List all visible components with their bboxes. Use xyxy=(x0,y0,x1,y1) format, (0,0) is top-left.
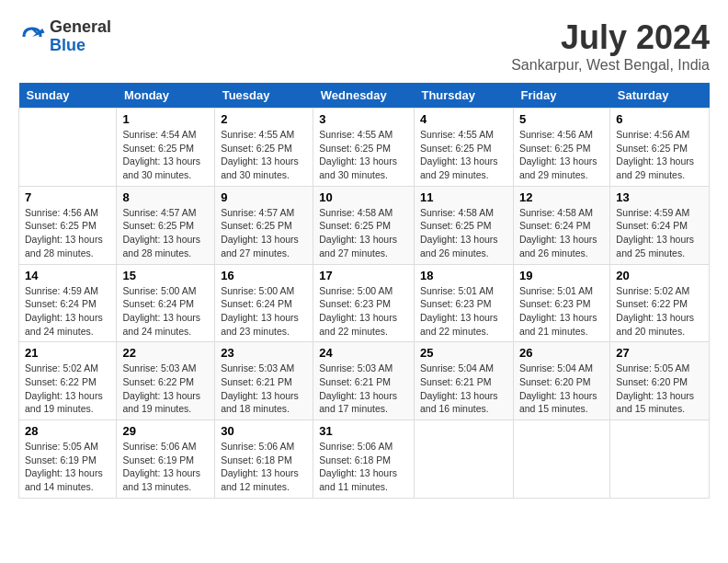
day-info: Sunrise: 4:58 AMSunset: 6:25 PMDaylight:… xyxy=(319,206,408,260)
calendar-cell xyxy=(19,109,117,187)
day-number: 31 xyxy=(319,424,408,438)
day-info: Sunrise: 5:05 AMSunset: 6:20 PMDaylight:… xyxy=(616,362,703,416)
week-row-1: 1Sunrise: 4:54 AMSunset: 6:25 PMDaylight… xyxy=(19,109,710,187)
calendar-cell: 15Sunrise: 5:00 AMSunset: 6:24 PMDayligh… xyxy=(117,264,215,342)
calendar-cell: 28Sunrise: 5:05 AMSunset: 6:19 PMDayligh… xyxy=(19,420,117,499)
day-info: Sunrise: 5:02 AMSunset: 6:22 PMDaylight:… xyxy=(25,362,110,416)
calendar-cell: 3Sunrise: 4:55 AMSunset: 6:25 PMDaylight… xyxy=(313,109,415,187)
calendar-cell: 8Sunrise: 4:57 AMSunset: 6:25 PMDaylight… xyxy=(117,186,215,264)
header-cell-tuesday: Tuesday xyxy=(215,83,313,109)
logo-icon xyxy=(18,23,46,51)
day-info: Sunrise: 4:55 AMSunset: 6:25 PMDaylight:… xyxy=(319,128,408,182)
calendar-cell: 30Sunrise: 5:06 AMSunset: 6:18 PMDayligh… xyxy=(215,420,313,499)
week-row-4: 21Sunrise: 5:02 AMSunset: 6:22 PMDayligh… xyxy=(19,342,710,420)
day-number: 17 xyxy=(319,269,408,282)
day-number: 5 xyxy=(519,112,604,126)
day-info: Sunrise: 5:00 AMSunset: 6:23 PMDaylight:… xyxy=(319,284,408,339)
day-info: Sunrise: 4:59 AMSunset: 6:24 PMDaylight:… xyxy=(616,206,703,260)
day-info: Sunrise: 5:06 AMSunset: 6:19 PMDaylight:… xyxy=(122,440,209,494)
day-info: Sunrise: 4:58 AMSunset: 6:24 PMDaylight:… xyxy=(519,206,604,260)
calendar-cell: 24Sunrise: 5:03 AMSunset: 6:21 PMDayligh… xyxy=(313,342,415,420)
calendar-cell: 20Sunrise: 5:02 AMSunset: 6:22 PMDayligh… xyxy=(610,264,710,342)
day-number: 9 xyxy=(221,190,307,204)
day-number: 21 xyxy=(25,346,110,360)
calendar-cell: 5Sunrise: 4:56 AMSunset: 6:25 PMDaylight… xyxy=(513,109,609,187)
week-row-2: 7Sunrise: 4:56 AMSunset: 6:25 PMDaylight… xyxy=(19,186,710,264)
calendar-cell: 9Sunrise: 4:57 AMSunset: 6:25 PMDaylight… xyxy=(215,186,313,264)
day-info: Sunrise: 5:03 AMSunset: 6:21 PMDaylight:… xyxy=(319,362,408,416)
day-info: Sunrise: 5:05 AMSunset: 6:19 PMDaylight:… xyxy=(25,440,110,494)
day-info: Sunrise: 5:06 AMSunset: 6:18 PMDaylight:… xyxy=(221,440,307,494)
calendar-cell xyxy=(513,420,609,499)
page-header: General Blue July 2024 Sankarpur, West B… xyxy=(18,18,710,74)
header-cell-thursday: Thursday xyxy=(414,83,513,109)
day-info: Sunrise: 5:03 AMSunset: 6:21 PMDaylight:… xyxy=(221,362,307,416)
day-info: Sunrise: 4:54 AMSunset: 6:25 PMDaylight:… xyxy=(122,128,209,182)
calendar-cell: 1Sunrise: 4:54 AMSunset: 6:25 PMDaylight… xyxy=(117,109,215,187)
logo-blue-text: Blue xyxy=(50,37,111,55)
day-number: 12 xyxy=(519,190,604,204)
calendar-cell: 31Sunrise: 5:06 AMSunset: 6:18 PMDayligh… xyxy=(313,420,415,499)
day-number: 19 xyxy=(519,269,604,282)
calendar-cell: 22Sunrise: 5:03 AMSunset: 6:22 PMDayligh… xyxy=(117,342,215,420)
calendar-cell: 14Sunrise: 4:59 AMSunset: 6:24 PMDayligh… xyxy=(19,264,117,342)
header-cell-wednesday: Wednesday xyxy=(313,83,415,109)
day-number: 27 xyxy=(616,346,703,360)
location-subtitle: Sankarpur, West Bengal, India xyxy=(511,57,710,74)
day-number: 25 xyxy=(420,346,507,360)
day-number: 2 xyxy=(221,112,307,126)
day-number: 8 xyxy=(122,190,209,204)
day-info: Sunrise: 5:04 AMSunset: 6:21 PMDaylight:… xyxy=(420,362,507,416)
day-number: 10 xyxy=(319,190,408,204)
calendar-cell: 2Sunrise: 4:55 AMSunset: 6:25 PMDaylight… xyxy=(215,109,313,187)
day-number: 18 xyxy=(420,269,507,282)
calendar-cell: 13Sunrise: 4:59 AMSunset: 6:24 PMDayligh… xyxy=(610,186,710,264)
calendar-cell: 26Sunrise: 5:04 AMSunset: 6:20 PMDayligh… xyxy=(513,342,609,420)
day-number: 16 xyxy=(221,269,307,282)
calendar-cell: 4Sunrise: 4:55 AMSunset: 6:25 PMDaylight… xyxy=(414,109,513,187)
day-number: 20 xyxy=(616,269,703,282)
day-number: 29 xyxy=(122,424,209,438)
day-number: 7 xyxy=(25,190,110,204)
week-row-5: 28Sunrise: 5:05 AMSunset: 6:19 PMDayligh… xyxy=(19,420,710,499)
day-number: 1 xyxy=(122,112,209,126)
day-info: Sunrise: 5:03 AMSunset: 6:22 PMDaylight:… xyxy=(122,362,209,416)
day-number: 23 xyxy=(221,346,307,360)
day-number: 4 xyxy=(420,112,507,126)
calendar-cell xyxy=(610,420,710,499)
calendar-cell: 18Sunrise: 5:01 AMSunset: 6:23 PMDayligh… xyxy=(414,264,513,342)
day-info: Sunrise: 4:55 AMSunset: 6:25 PMDaylight:… xyxy=(221,128,307,182)
day-info: Sunrise: 5:01 AMSunset: 6:23 PMDaylight:… xyxy=(420,284,507,339)
day-info: Sunrise: 4:58 AMSunset: 6:25 PMDaylight:… xyxy=(420,206,507,260)
day-info: Sunrise: 4:56 AMSunset: 6:25 PMDaylight:… xyxy=(519,128,604,182)
day-number: 3 xyxy=(319,112,408,126)
calendar-cell: 11Sunrise: 4:58 AMSunset: 6:25 PMDayligh… xyxy=(414,186,513,264)
header-cell-monday: Monday xyxy=(117,83,215,109)
day-info: Sunrise: 5:00 AMSunset: 6:24 PMDaylight:… xyxy=(221,284,307,339)
calendar-cell: 10Sunrise: 4:58 AMSunset: 6:25 PMDayligh… xyxy=(313,186,415,264)
logo-text: General Blue xyxy=(50,18,111,55)
day-info: Sunrise: 4:56 AMSunset: 6:25 PMDaylight:… xyxy=(616,128,703,182)
day-number: 15 xyxy=(122,269,209,282)
calendar-cell: 25Sunrise: 5:04 AMSunset: 6:21 PMDayligh… xyxy=(414,342,513,420)
header-cell-friday: Friday xyxy=(513,83,609,109)
day-info: Sunrise: 4:59 AMSunset: 6:24 PMDaylight:… xyxy=(25,284,110,339)
calendar-cell: 19Sunrise: 5:01 AMSunset: 6:23 PMDayligh… xyxy=(513,264,609,342)
day-number: 30 xyxy=(221,424,307,438)
header-cell-sunday: Sunday xyxy=(19,83,117,109)
day-number: 11 xyxy=(420,190,507,204)
title-block: July 2024 Sankarpur, West Bengal, India xyxy=(511,18,710,74)
day-number: 13 xyxy=(616,190,703,204)
calendar-cell: 12Sunrise: 4:58 AMSunset: 6:24 PMDayligh… xyxy=(513,186,609,264)
day-number: 24 xyxy=(319,346,408,360)
calendar-table: SundayMondayTuesdayWednesdayThursdayFrid… xyxy=(18,83,710,499)
header-cell-saturday: Saturday xyxy=(610,83,710,109)
calendar-cell: 27Sunrise: 5:05 AMSunset: 6:20 PMDayligh… xyxy=(610,342,710,420)
day-number: 6 xyxy=(616,112,703,126)
day-number: 14 xyxy=(25,269,110,282)
logo-general-text: General xyxy=(50,18,111,37)
week-row-3: 14Sunrise: 4:59 AMSunset: 6:24 PMDayligh… xyxy=(19,264,710,342)
day-info: Sunrise: 4:55 AMSunset: 6:25 PMDaylight:… xyxy=(420,128,507,182)
day-info: Sunrise: 5:06 AMSunset: 6:18 PMDaylight:… xyxy=(319,440,408,494)
calendar-cell: 23Sunrise: 5:03 AMSunset: 6:21 PMDayligh… xyxy=(215,342,313,420)
